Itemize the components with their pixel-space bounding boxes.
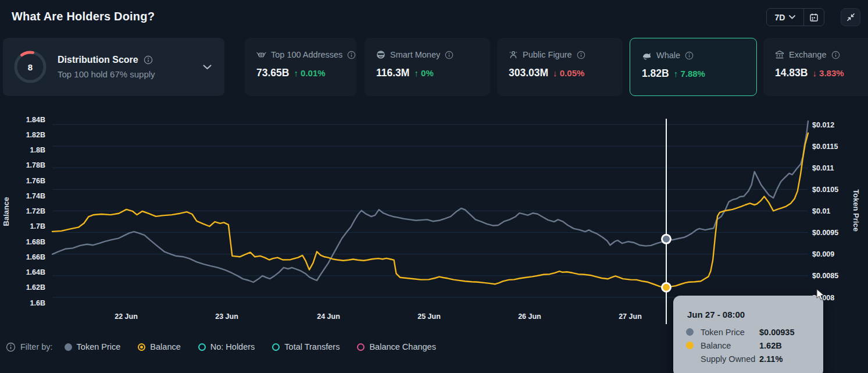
svg-text:1.64B: 1.64B (26, 268, 45, 276)
filter-item-total-transfers[interactable]: Total Transfers (272, 342, 340, 351)
distribution-score-subtitle: Top 100 hold 67% supply (58, 69, 192, 79)
svg-text:1.6B: 1.6B (30, 299, 45, 307)
svg-text:$0.0095: $0.0095 (812, 229, 838, 237)
distribution-score-value: 8 (13, 50, 47, 84)
svg-text:$0.0115: $0.0115 (812, 143, 838, 151)
collapse-button[interactable] (841, 8, 860, 26)
svg-text:23 Jun: 23 Jun (215, 312, 238, 321)
svg-text:$0.0085: $0.0085 (812, 272, 838, 280)
filter-label: Balance Changes (369, 342, 435, 351)
stat-label: Whale (656, 51, 680, 60)
svg-text:$0.009: $0.009 (812, 250, 834, 258)
change-value: 0.01% (301, 68, 326, 78)
svg-text:1.82B: 1.82B (26, 131, 45, 139)
filter-dot (357, 343, 365, 351)
info-icon[interactable] (445, 51, 453, 59)
range-label: 7D (775, 13, 785, 22)
svg-text:25 Jun: 25 Jun (417, 312, 441, 321)
info-icon[interactable] (347, 51, 356, 59)
svg-text:$0.011: $0.011 (812, 164, 834, 172)
stat-label: Exchange (789, 50, 827, 59)
exchange-bank-icon (775, 50, 784, 59)
stat-value: 1.82B (642, 68, 669, 80)
stat-card-whale[interactable]: Whale 1.82B ↑ 7.88% (630, 38, 757, 96)
filter-item-balance-changes[interactable]: Balance Changes (357, 342, 435, 351)
distribution-score-title: Distribution Score (58, 55, 138, 65)
filter-items: Token PriceBalanceNo: HoldersTotal Trans… (65, 342, 436, 351)
filter-dot (272, 343, 280, 351)
svg-text:$0.012: $0.012 (812, 121, 834, 129)
stat-value: 73.65B (256, 67, 289, 79)
svg-text:1.8B: 1.8B (30, 146, 45, 154)
info-icon[interactable] (6, 342, 16, 352)
info-icon[interactable] (577, 51, 585, 59)
stat-card-exchange[interactable]: Exchange 14.83B ↓ 3.83% (763, 38, 868, 96)
page-title: What Are Holders Doing? (12, 10, 155, 23)
change-value: 0.05% (560, 68, 585, 78)
chevron-down-icon (789, 15, 795, 19)
svg-text:24 Jun: 24 Jun (317, 312, 340, 321)
stat-label: Top 100 Addresses (271, 50, 342, 59)
tooltip-date: Jun 27 - 08:00 (673, 296, 823, 325)
stat-value: 303.03M (509, 67, 548, 79)
filter-item-token-price[interactable]: Token Price (65, 342, 121, 351)
distribution-score-card[interactable]: 8 Distribution Score Top 100 hold 67% su… (3, 38, 224, 96)
svg-text:1.62B: 1.62B (26, 283, 45, 292)
change-arrow: ↑ (414, 68, 419, 78)
svg-text:1.72B: 1.72B (26, 207, 45, 215)
svg-text:1.74B: 1.74B (26, 192, 45, 200)
info-icon[interactable] (144, 55, 153, 65)
svg-text:$0.0105: $0.0105 (812, 186, 838, 194)
chevron-down-icon[interactable] (203, 65, 212, 70)
collapse-icon (846, 12, 856, 22)
filter-item-balance[interactable]: Balance (138, 342, 180, 351)
filter-bar: Filter by: Token PriceBalanceNo: Holders… (0, 336, 868, 357)
range-controls: 7D (766, 8, 824, 26)
token-price-dot (686, 328, 694, 336)
svg-text:1.66B: 1.66B (26, 253, 45, 261)
svg-text:1.78B: 1.78B (26, 161, 45, 169)
svg-text:1.7B: 1.7B (30, 222, 45, 230)
filter-dot (138, 343, 145, 351)
filter-label: Token Price (77, 342, 121, 351)
info-icon[interactable] (831, 51, 840, 59)
mouse-cursor (815, 289, 827, 304)
public-figure-icon (509, 50, 518, 59)
svg-text:27 Jun: 27 Jun (619, 312, 642, 321)
filter-label: No: Holders (210, 342, 255, 351)
change-value: 7.88% (680, 69, 705, 79)
svg-text:1.76B: 1.76B (26, 177, 45, 185)
filter-label: Balance (150, 342, 180, 351)
filter-by-label: Filter by: (20, 342, 53, 351)
filter-dot (198, 343, 206, 351)
filter-item-no-holders[interactable]: No: Holders (198, 342, 255, 351)
svg-text:22 Jun: 22 Jun (115, 312, 138, 321)
svg-text:1.68B: 1.68B (26, 238, 45, 246)
filter-label: Total Transfers (284, 342, 340, 351)
stat-card-public-figure[interactable]: Public Figure 303.03M ↓ 0.05% (497, 38, 623, 96)
filter-dot (65, 343, 72, 351)
whale-icon (642, 51, 652, 60)
y-axis-label-balance: Balance (2, 191, 10, 233)
stat-label: Smart Money (390, 50, 440, 59)
range-selector[interactable]: 7D (767, 9, 803, 26)
calendar-button[interactable] (804, 9, 824, 26)
smart-money-face-icon (376, 50, 385, 59)
stat-card-smart-money[interactable]: Smart Money 116.3M ↑ 0% (365, 38, 490, 96)
holders-panel: $0.012$0.0115$0.011$0.0105$0.01$0.0095$0… (0, 0, 868, 373)
svg-text:$0.01: $0.01 (812, 207, 830, 215)
change-arrow: ↑ (674, 69, 678, 79)
svg-text:1.84B: 1.84B (26, 116, 45, 124)
stat-value: 14.83B (775, 67, 808, 79)
stat-card-top-100-addresses[interactable]: Top 100 Addresses 73.65B ↑ 0.01% (245, 38, 356, 96)
chart-tooltip: Jun 27 - 08:00 Token Price $0.00935 Bala… (673, 296, 823, 373)
y-axis-label-token-price: Token Price (852, 186, 860, 236)
money-with-wings-icon (256, 51, 266, 59)
change-arrow: ↑ (294, 68, 298, 78)
stat-value: 116.3M (376, 67, 409, 79)
svg-text:26 Jun: 26 Jun (518, 312, 541, 321)
stat-label: Public Figure (523, 50, 572, 59)
info-icon[interactable] (685, 51, 694, 60)
change-value: 3.83% (819, 68, 844, 78)
change-arrow: ↓ (812, 68, 817, 78)
